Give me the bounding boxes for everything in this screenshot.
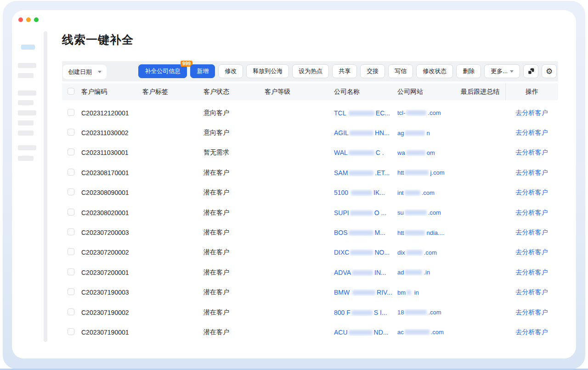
company-name-link[interactable]: TCL EC...	[334, 109, 397, 117]
company-website-link[interactable]: bm in	[397, 289, 461, 296]
sidebar-item[interactable]	[18, 110, 36, 115]
analyze-customer-link[interactable]: 去分析客户	[516, 248, 548, 256]
customer-code: C202307190002	[81, 309, 142, 316]
analyze-customer-link[interactable]: 去分析客户	[516, 169, 548, 176]
company-name-link[interactable]: 5100 IK...	[334, 189, 397, 196]
table-body: C202312120001 意向客户 TCL EC... tcl-.com 去分…	[62, 103, 558, 342]
company-name-link[interactable]: DIXCNO...	[334, 249, 397, 256]
company-name-link[interactable]: ACUND...	[334, 329, 397, 336]
company-website-link[interactable]: dix.com	[397, 249, 461, 256]
sidebar-item-active[interactable]	[21, 45, 35, 50]
redacted-text	[349, 171, 373, 176]
company-website-link[interactable]: int.com	[397, 189, 461, 196]
customer-status: 潜在客户	[204, 209, 265, 217]
table-row: C202308020001 潜在客户 SUPIO ... su.com 去分析客…	[62, 203, 558, 222]
company-name-link[interactable]: SAM.ET...	[334, 169, 397, 176]
row-checkbox[interactable]	[68, 328, 74, 335]
button-label: 交接	[367, 67, 379, 75]
view-toggle-button[interactable]	[523, 64, 538, 78]
sidebar-nav	[12, 10, 44, 359]
row-checkbox[interactable]	[68, 268, 74, 275]
analyze-customer-link[interactable]: 去分析客户	[516, 228, 548, 236]
redacted-text	[405, 170, 429, 175]
company-name-link[interactable]: WALC .	[334, 149, 397, 156]
customer-status: 意向客户	[204, 129, 265, 137]
customer-status: 潜在客户	[204, 188, 265, 197]
settings-button[interactable]: ⚙	[542, 64, 557, 78]
row-checkbox[interactable]	[68, 308, 74, 315]
row-checkbox[interactable]	[68, 129, 74, 136]
sidebar-item[interactable]	[18, 63, 36, 68]
set-hot-button[interactable]: 设为热点	[292, 64, 329, 78]
analyze-customer-link[interactable]: 去分析客户	[516, 209, 548, 216]
analyze-customer-link[interactable]: 去分析客户	[516, 188, 548, 196]
company-name-link[interactable]: SUPIO ...	[334, 209, 397, 216]
row-checkbox[interactable]	[68, 188, 74, 195]
company-name-link[interactable]: BOSM...	[334, 229, 397, 236]
company-website-link[interactable]: tcl-.com	[397, 109, 461, 116]
redacted-text	[350, 131, 373, 136]
add-button[interactable]: 新增	[190, 64, 215, 78]
analyze-customer-link[interactable]: 去分析客户	[516, 268, 548, 276]
complete-company-info-button[interactable]: 补全公司信息999	[138, 64, 187, 78]
analyze-customer-link[interactable]: 去分析客户	[516, 109, 548, 116]
row-checkbox[interactable]	[68, 248, 74, 255]
delete-button[interactable]: 删除	[456, 64, 481, 78]
sidebar-item[interactable]	[18, 73, 34, 78]
created-date-filter[interactable]: 创建日期	[63, 65, 107, 79]
sidebar-item[interactable]	[18, 91, 36, 96]
customer-status: 潜在客户	[204, 308, 265, 317]
button-label: 释放到公海	[253, 67, 283, 75]
release-to-public-pool-button[interactable]: 释放到公海	[246, 64, 289, 78]
company-website-link[interactable]: httj.com	[397, 169, 461, 176]
button-label: 修改	[225, 67, 237, 75]
company-website-link[interactable]: 18.com	[397, 309, 461, 316]
sidebar-item[interactable]	[18, 131, 34, 136]
company-website-link[interactable]: su.com	[397, 209, 461, 216]
company-name-link[interactable]: 800 FS I...	[334, 309, 397, 316]
button-label: 共享	[339, 67, 351, 75]
company-website-link[interactable]: ac.com	[397, 329, 461, 336]
row-checkbox[interactable]	[68, 148, 74, 155]
app-window: 线索一键补全 创建日期 补全公司信息999新增修改释放到公海设为热点共享交接写信…	[12, 10, 576, 359]
redacted-text	[405, 131, 425, 136]
company-website-link[interactable]: agn	[397, 130, 461, 137]
row-checkbox[interactable]	[68, 109, 74, 116]
write-email-button[interactable]: 写信	[388, 64, 413, 78]
customer-status: 暂无需求	[204, 148, 265, 157]
button-label: 写信	[395, 67, 407, 75]
row-checkbox[interactable]	[68, 169, 74, 176]
sidebar-item[interactable]	[18, 100, 34, 105]
row-checkbox[interactable]	[68, 288, 74, 295]
edit-button[interactable]: 修改	[218, 64, 243, 78]
table-row: C202311030002 意向客户 AGILHN... agn 去分析客户	[62, 123, 558, 142]
redacted-text	[349, 330, 373, 335]
more-button[interactable]: 更多...	[484, 64, 520, 78]
customer-code: C202308090001	[81, 189, 142, 196]
company-website-link[interactable]: httndia....	[397, 229, 461, 236]
company-name-link[interactable]: BMW RIV...	[334, 289, 397, 296]
analyze-customer-link[interactable]: 去分析客户	[516, 288, 548, 296]
share-button[interactable]: 共享	[332, 64, 357, 78]
select-all-checkbox[interactable]	[68, 88, 74, 95]
row-checkbox[interactable]	[68, 228, 74, 235]
row-checkbox[interactable]	[68, 209, 74, 216]
table-row: C202307190002 潜在客户 800 FS I... 18.com 去分…	[62, 302, 558, 322]
company-name-link[interactable]: AGILHN...	[334, 129, 397, 137]
analyze-customer-link[interactable]: 去分析客户	[516, 148, 548, 156]
analyze-customer-link[interactable]: 去分析客户	[516, 328, 548, 336]
company-website-link[interactable]: waom	[397, 149, 461, 156]
change-status-button[interactable]: 修改状态	[416, 64, 453, 78]
company-name-link[interactable]: ADVAIN...	[334, 269, 397, 276]
customer-status: 潜在客户	[204, 328, 265, 336]
analyze-customer-link[interactable]: 去分析客户	[516, 308, 548, 316]
table-row: C202308090001 潜在客户 5100 IK... int.com 去分…	[62, 183, 558, 203]
analyze-customer-link[interactable]: 去分析客户	[516, 129, 548, 136]
table-row: C202311030001 暂无需求 WALC . waom 去分析客户	[62, 143, 558, 163]
handover-button[interactable]: 交接	[360, 64, 385, 78]
sidebar-divider	[44, 31, 47, 342]
sidebar-item[interactable]	[18, 156, 34, 161]
company-website-link[interactable]: ad.in	[397, 269, 461, 276]
sidebar-item[interactable]	[18, 120, 34, 125]
sidebar-item[interactable]	[18, 145, 36, 150]
